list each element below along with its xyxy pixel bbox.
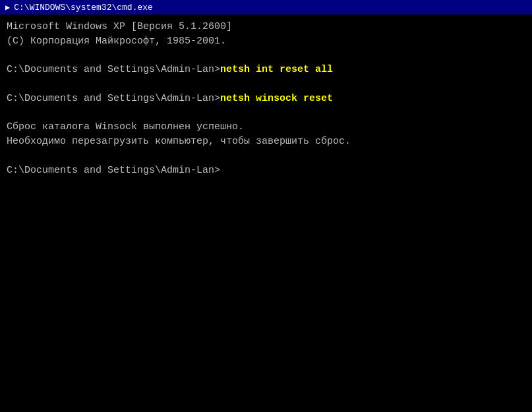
prompt-text: C:\Documents and Settings\Admin-Lan> [7,165,220,176]
command-text: netsh int reset all [220,64,333,75]
empty-line [7,49,525,63]
prompt-text: C:\Documents and Settings\Admin-Lan> [7,93,220,104]
cmd3-prompt: C:\Documents and Settings\Admin-Lan> [7,163,525,178]
output1: Сброс каталога Winsock выполнен успешно. [7,120,525,134]
empty-line [7,77,525,92]
cmd2-prompt: C:\Documents and Settings\Admin-Lan>nets… [7,92,525,106]
cmd-icon: ▶ [5,3,10,13]
cmd1-prompt: C:\Documents and Settings\Admin-Lan>nets… [7,63,525,77]
sysinfo1: Microsoft Windows XP [Версия 5.1.2600] [7,20,525,34]
cmd-window: ▶ C:\WINDOWS\system32\cmd.exe Microsoft … [0,0,532,412]
prompt-text: C:\Documents and Settings\Admin-Lan> [7,64,220,75]
title-bar-text: C:\WINDOWS\system32\cmd.exe [14,3,153,13]
command-text: netsh winsock reset [220,93,333,104]
empty-line [7,106,525,121]
empty-line [7,149,525,163]
sysinfo2: (С) Корпорация Майкрософт, 1985-2001. [7,34,525,49]
terminal-body[interactable]: Microsoft Windows XP [Версия 5.1.2600](С… [0,15,532,412]
output2: Необходимо перезагрузить компьютер, чтоб… [7,134,525,149]
title-bar: ▶ C:\WINDOWS\system32\cmd.exe [0,0,532,15]
